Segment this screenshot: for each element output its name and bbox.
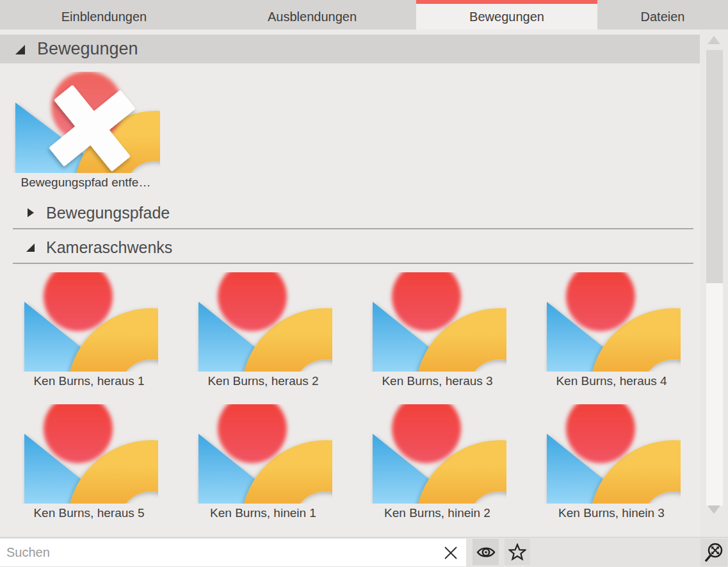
eye-icon (476, 545, 496, 559)
thumb-label: Bewegungspfad entfe… (21, 176, 151, 190)
section-title: Bewegungspfade (46, 204, 170, 222)
magnifier-arrows-icon (704, 542, 724, 564)
search-input[interactable] (0, 539, 435, 566)
tab-bewegungen[interactable]: Bewegungen (416, 0, 597, 29)
effect-item[interactable]: Ken Burns, heraus 3 (350, 268, 524, 400)
effect-thumbnail (12, 72, 160, 173)
effect-thumbnail (20, 404, 158, 504)
section-title: Bewegungen (37, 39, 138, 59)
effect-thumbnail (20, 272, 158, 372)
thumb-label: Ken Burns, heraus 2 (207, 374, 318, 388)
triangle-expanded-icon (13, 43, 26, 56)
tab-einblendungen[interactable]: Einblendungen (0, 0, 208, 29)
star-outline-icon (508, 543, 526, 561)
tab-label: Ausblendungen (268, 10, 357, 24)
effects-panel: Einblendungen Ausblendungen Bewegungen D… (0, 0, 728, 567)
search-box (0, 539, 466, 566)
zoom-reset-button[interactable] (700, 539, 727, 566)
tab-label: Bewegungen (469, 10, 544, 24)
divider (13, 228, 693, 229)
thumb-label: Ken Burns, heraus 4 (556, 374, 667, 388)
effect-thumbnail (195, 272, 332, 372)
divider (13, 263, 693, 264)
effect-item[interactable]: Ken Burns, heraus 2 (176, 268, 350, 400)
effect-thumbnail (369, 404, 506, 504)
thumb-label: Ken Burns, heraus 3 (382, 374, 492, 388)
triangle-collapsed-icon (24, 207, 36, 218)
section-header-bewegungen[interactable]: Bewegungen (0, 35, 700, 63)
clear-search-button[interactable] (437, 539, 465, 566)
thumb-label: Ken Burns, hinein 1 (210, 506, 316, 520)
x-clear-icon (443, 545, 458, 561)
tab-bar: Einblendungen Ausblendungen Bewegungen D… (0, 0, 728, 29)
effect-item[interactable]: Ken Burns, heraus 5 (2, 400, 176, 532)
thumb-label: Ken Burns, hinein 3 (558, 506, 665, 520)
scroll-up-icon[interactable] (708, 36, 720, 44)
effect-thumbnail (543, 272, 681, 372)
scroll-down-icon[interactable] (708, 505, 720, 514)
bottom-toolbar (0, 537, 728, 567)
effect-item[interactable]: Ken Burns, hinein 3 (524, 400, 699, 532)
tab-label: Dateien (641, 10, 685, 24)
effect-thumbnail (195, 404, 332, 504)
tab-ausblendungen[interactable]: Ausblendungen (208, 0, 416, 29)
effects-list: Bewegungen Bewegungspfad entfe… Bewegung… (0, 29, 700, 537)
thumb-label: Ken Burns, heraus 1 (33, 374, 144, 388)
effect-item[interactable]: Ken Burns, heraus 1 (2, 268, 176, 400)
triangle-expanded-icon (24, 242, 36, 253)
visibility-toggle-button[interactable] (473, 539, 499, 565)
tab-dateien[interactable]: Dateien (597, 0, 728, 29)
scrollbar (700, 29, 728, 537)
section-title: Kameraschwenks (46, 238, 172, 257)
effect-item[interactable]: Ken Burns, hinein 2 (350, 400, 524, 532)
effect-thumbnail (369, 272, 506, 372)
favorites-button[interactable] (505, 539, 530, 565)
effect-item[interactable]: Ken Burns, hinein 1 (176, 400, 350, 532)
section-header-bewegungspfade[interactable]: Bewegungspfade (0, 199, 700, 227)
scrollbar-thumb[interactable] (706, 50, 723, 283)
section-header-kameraschwenks[interactable]: Kameraschwenks (0, 233, 700, 261)
tab-label: Einblendungen (61, 10, 147, 24)
thumb-label: Ken Burns, heraus 5 (33, 506, 144, 520)
kameraschwenks-grid: Ken Burns, heraus 1 Ken Burns, heraus 2 … (2, 268, 700, 532)
effect-item-remove-motion-path[interactable]: Bewegungspfad entfe… (9, 72, 163, 190)
thumb-label: Ken Burns, hinein 2 (384, 506, 490, 520)
effect-item[interactable]: Ken Burns, heraus 4 (524, 268, 699, 400)
effect-thumbnail (543, 404, 681, 504)
